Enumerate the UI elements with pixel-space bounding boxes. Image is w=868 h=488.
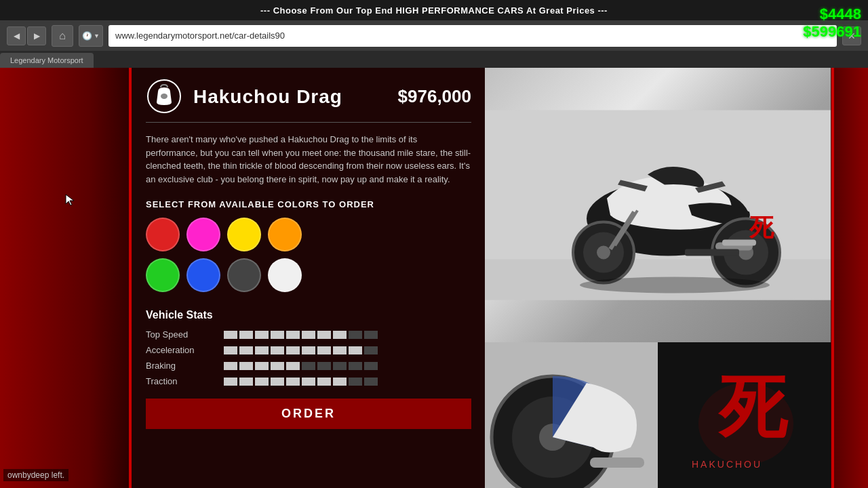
stat-segment bbox=[302, 378, 315, 386]
vehicle-price: $976,000 bbox=[398, 86, 471, 107]
stat-row: Acceleration bbox=[146, 345, 471, 355]
stat-segment bbox=[317, 346, 331, 354]
stat-segment bbox=[239, 346, 253, 354]
stat-row: Braking bbox=[146, 361, 471, 371]
svg-point-7 bbox=[597, 246, 610, 260]
vehicle-header: Hakuchou Drag $976,000 bbox=[146, 78, 471, 123]
stat-segment bbox=[271, 378, 284, 386]
left-panel: Hakuchou Drag $976,000 There aren't many… bbox=[132, 68, 485, 488]
main-content: Hakuchou Drag $976,000 There aren't many… bbox=[132, 68, 831, 488]
side-bar-left bbox=[0, 0, 149, 488]
history-button[interactable]: 🕐▼ bbox=[79, 25, 103, 47]
stat-segment bbox=[239, 331, 253, 339]
stat-segment bbox=[349, 378, 362, 386]
browser-chrome: --- Choose From Our Top End HIGH PERFORM… bbox=[0, 0, 868, 68]
stat-segment bbox=[364, 331, 378, 339]
stat-segment bbox=[302, 346, 315, 354]
url-bar[interactable]: www.legendarymotorsport.net/car-details9… bbox=[108, 25, 837, 47]
vehicle-name: Hakuchou Drag bbox=[193, 86, 342, 108]
color-swatch-green[interactable] bbox=[146, 258, 180, 292]
stat-segment bbox=[333, 362, 347, 370]
stat-bar bbox=[224, 346, 471, 354]
stat-label: Braking bbox=[146, 361, 214, 371]
color-swatch-dark-gray[interactable] bbox=[227, 258, 261, 292]
stat-segment bbox=[255, 378, 269, 386]
stat-label: Traction bbox=[146, 376, 214, 386]
color-swatch-orange[interactable] bbox=[268, 218, 302, 251]
svg-point-27 bbox=[698, 383, 793, 464]
svg-point-17 bbox=[580, 277, 770, 293]
browser-tab[interactable]: Legendary Motorsport bbox=[0, 53, 94, 68]
cash-money: $599691 bbox=[803, 23, 861, 41]
stat-segment bbox=[317, 331, 331, 339]
color-swatch-blue[interactable] bbox=[186, 258, 220, 292]
bank-money: $4448 bbox=[803, 5, 861, 23]
color-grid bbox=[146, 218, 471, 292]
right-panel: 死 bbox=[485, 68, 831, 488]
stat-segment bbox=[364, 378, 378, 386]
money-display: $4448 $599691 bbox=[803, 5, 861, 41]
red-stripe-right bbox=[831, 0, 834, 488]
stat-segment bbox=[333, 331, 347, 339]
thumbnail-row: 死 HAKUCHOU bbox=[485, 342, 831, 488]
color-swatch-white[interactable] bbox=[268, 258, 302, 292]
stat-segment bbox=[302, 362, 315, 370]
stats-container: Top SpeedAccelerationBrakingTraction bbox=[146, 329, 471, 386]
stat-segment bbox=[317, 378, 331, 386]
thumbnail-logo: 死 HAKUCHOU bbox=[658, 342, 831, 488]
tab-bar: Legendary Motorsport bbox=[0, 51, 868, 68]
stat-segment bbox=[349, 362, 362, 370]
stat-segment bbox=[224, 346, 237, 354]
stat-segment bbox=[271, 331, 284, 339]
stat-segment bbox=[349, 331, 362, 339]
stat-segment bbox=[286, 346, 300, 354]
main-moto-svg: 死 bbox=[485, 68, 831, 342]
nav-buttons: ◀ ▶ bbox=[7, 26, 46, 45]
stat-segment bbox=[239, 378, 253, 386]
svg-rect-22 bbox=[590, 458, 644, 468]
stat-segment bbox=[302, 331, 315, 339]
stat-segment bbox=[286, 362, 300, 370]
svg-rect-15 bbox=[685, 249, 739, 256]
stat-label: Top Speed bbox=[146, 329, 214, 340]
stat-segment bbox=[255, 362, 269, 370]
stat-segment bbox=[224, 331, 237, 339]
red-stripe-left bbox=[129, 0, 132, 488]
color-swatch-pink[interactable] bbox=[186, 218, 220, 251]
vehicle-title-group: Hakuchou Drag bbox=[146, 78, 342, 115]
stats-title: Vehicle Stats bbox=[146, 309, 471, 321]
user-tag: ownbydeep left. bbox=[3, 469, 68, 481]
stat-segment bbox=[364, 346, 378, 354]
stat-bar bbox=[224, 362, 471, 370]
thumbnail-wheel bbox=[485, 342, 658, 488]
home-button[interactable]: ⌂ bbox=[52, 25, 73, 47]
color-section-title: SELECT FROM AVAILABLE COLORS TO ORDER bbox=[146, 199, 471, 209]
stat-segment bbox=[255, 346, 269, 354]
stat-bar bbox=[224, 331, 471, 339]
stat-segment bbox=[333, 378, 347, 386]
vehicle-description: There aren't many who've pushed a Hakuch… bbox=[146, 133, 471, 186]
main-vehicle-image: 死 bbox=[485, 68, 831, 342]
vehicle-logo-icon bbox=[146, 78, 183, 115]
content-panel: Hakuchou Drag $976,000 There aren't many… bbox=[132, 68, 831, 488]
back-button[interactable]: ◀ bbox=[7, 26, 26, 45]
stat-segment bbox=[271, 346, 284, 354]
stat-segment bbox=[224, 378, 237, 386]
forward-button[interactable]: ▶ bbox=[27, 26, 46, 45]
color-swatch-yellow[interactable] bbox=[227, 218, 261, 251]
stat-segment bbox=[317, 362, 331, 370]
stat-segment bbox=[239, 362, 253, 370]
stat-label: Acceleration bbox=[146, 345, 214, 355]
order-button[interactable]: ORDER bbox=[146, 399, 471, 429]
svg-text:死: 死 bbox=[749, 214, 774, 241]
svg-point-1 bbox=[161, 94, 167, 99]
stat-row: Top Speed bbox=[146, 329, 471, 340]
vehicle-icon bbox=[146, 78, 183, 115]
stat-segment bbox=[271, 362, 284, 370]
stat-segment bbox=[333, 346, 347, 354]
top-banner: --- Choose From Our Top End HIGH PERFORM… bbox=[0, 0, 868, 20]
stat-segment bbox=[286, 331, 300, 339]
color-swatch-red[interactable] bbox=[146, 218, 180, 251]
stat-bar bbox=[224, 378, 471, 386]
stat-row: Traction bbox=[146, 376, 471, 386]
